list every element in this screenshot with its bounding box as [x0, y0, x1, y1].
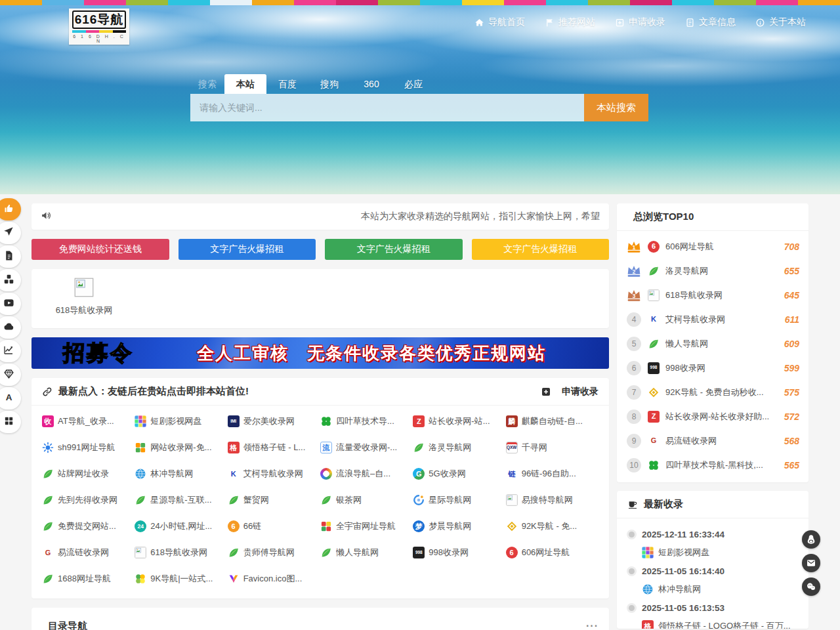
- more-ellipsis-button[interactable]: ···: [586, 620, 598, 630]
- ad-button-2[interactable]: 文字广告火爆招租: [178, 239, 316, 260]
- site-link[interactable]: 998998收录网: [413, 539, 505, 566]
- nav-item-5[interactable]: 关于本站: [755, 16, 806, 28]
- site-link[interactable]: 梦梦晨导航网: [413, 513, 505, 539]
- favicon-v-logo: [228, 573, 240, 585]
- site-link[interactable]: 洛灵导航网: [413, 434, 505, 461]
- site-link[interactable]: 四叶草技术导...: [320, 408, 413, 434]
- site-link[interactable]: K艾柯导航收录网: [228, 461, 320, 487]
- site-link[interactable]: 618导航收录网: [135, 539, 227, 566]
- site-link[interactable]: 链96链-96自助...: [506, 461, 598, 487]
- site-link[interactable]: 流流量爱收录网-...: [320, 434, 413, 461]
- toolbar-cubes-button[interactable]: [0, 269, 21, 291]
- toolbar-paper-plane-button[interactable]: [0, 222, 21, 244]
- site-link[interactable]: 麟麒麟自动链-自...: [506, 408, 598, 434]
- stripe-segment: [630, 0, 672, 5]
- toolbar-thumbs-up-button[interactable]: [0, 198, 21, 220]
- site-link[interactable]: 666链: [228, 513, 320, 539]
- search-button[interactable]: 本站搜索: [584, 94, 648, 121]
- site-link[interactable]: QXW千寻网: [506, 434, 598, 461]
- search-input[interactable]: [190, 94, 584, 121]
- toolbar-youtube-button[interactable]: [0, 293, 21, 315]
- site-link[interactable]: 免费提交网站...: [42, 513, 135, 539]
- clover-favicon: [320, 415, 332, 427]
- site-link[interactable]: 贵师傅导航网: [228, 539, 320, 566]
- top10-row[interactable]: 5懒人导航网609: [626, 331, 799, 356]
- toolbar-font-a-button[interactable]: A: [0, 387, 21, 410]
- leaf-favicon: [228, 494, 240, 506]
- nav-item-4[interactable]: 文章信息: [685, 16, 736, 28]
- timeline-site-link[interactable]: 短剧影视网盘: [627, 543, 798, 562]
- site-link[interactable]: Z站长收录网-站...: [413, 408, 505, 434]
- site-link[interactable]: 银茶网: [320, 487, 413, 513]
- float-wechat-button[interactable]: [802, 578, 820, 596]
- timeline-site-link[interactable]: 格领悟格子链 - LOGO格子链 - 百万...: [627, 617, 798, 629]
- float-mail-button[interactable]: [802, 554, 820, 572]
- ad-button-4[interactable]: 文字广告火爆招租: [472, 239, 610, 260]
- nav-item-2[interactable]: 推荐网站: [545, 16, 595, 28]
- top10-site-label: 易流链收录网: [665, 435, 778, 447]
- site-link[interactable]: 6606网址导航: [506, 539, 598, 566]
- letter-favicon: 6: [228, 520, 240, 532]
- site-link[interactable]: 站牌网址收录: [42, 461, 135, 487]
- leaf-favicon: [648, 338, 660, 350]
- rank-number: 4: [627, 312, 641, 327]
- top10-row[interactable]: 3618导航收录网645: [626, 283, 799, 307]
- site-link[interactable]: 92K导航 - 免...: [506, 513, 598, 539]
- search-tab-本站[interactable]: 本站: [224, 74, 266, 94]
- ad-button-3[interactable]: 文字广告火爆招租: [325, 239, 463, 260]
- search-engine-tabs: 搜索 本站百度搜狗360必应: [190, 74, 648, 94]
- top10-row[interactable]: 9G易流链收录网568: [626, 429, 799, 453]
- top10-views: 708: [784, 242, 799, 252]
- site-link[interactable]: 易搜特导航网: [506, 487, 598, 513]
- letter-favicon: G: [648, 435, 660, 447]
- ad-button-1[interactable]: 免费网站统计还送钱: [32, 239, 169, 260]
- site-link[interactable]: 短剧影视网盘: [135, 408, 227, 434]
- float-qq-button[interactable]: [802, 530, 820, 549]
- site-link[interactable]: IMI爱尔美收录网: [228, 408, 320, 434]
- toolbar-grid-button[interactable]: [0, 411, 21, 433]
- search-tab-百度[interactable]: 百度: [266, 74, 308, 94]
- toolbar-file-text-button[interactable]: [0, 245, 21, 268]
- site-link[interactable]: G易流链收录网: [42, 539, 135, 566]
- site-link[interactable]: 2424小时链,网址...: [135, 513, 227, 539]
- site-link[interactable]: 收AT导航_收录...: [42, 408, 135, 434]
- site-link[interactable]: 9K导航|一站式...: [135, 566, 227, 592]
- site-logo[interactable]: 616导航 6 1 6 D H . C N: [69, 9, 129, 45]
- rank-3: 3: [626, 288, 642, 302]
- search-tab-搜狗[interactable]: 搜狗: [308, 74, 350, 94]
- site-link[interactable]: 1688网址导航: [42, 566, 135, 592]
- search-tab-必应[interactable]: 必应: [392, 74, 434, 94]
- toolbar-gem-button[interactable]: [0, 364, 21, 386]
- stripe-segment: [756, 0, 798, 5]
- top10-row[interactable]: 6998998收录网599: [626, 356, 799, 380]
- recruit-banner[interactable]: 招募令 全人工审核 无条件收录各类优秀正规网站: [32, 337, 609, 369]
- top10-row[interactable]: 16606网址导航708: [626, 234, 799, 259]
- site-link[interactable]: Favicon.ico图...: [228, 566, 320, 592]
- site-link[interactable]: 星源导航-互联...: [135, 487, 227, 513]
- top10-row[interactable]: 8Z站长收录网-站长收录好助...572: [626, 404, 799, 429]
- site-link[interactable]: 格领悟格子链 - L...: [228, 434, 320, 461]
- apply-inclusion-link[interactable]: 申请收录: [541, 386, 598, 398]
- nav-item-1[interactable]: 导航首页: [474, 16, 525, 28]
- site-link[interactable]: G5G收录网: [413, 461, 505, 487]
- search-tab-360[interactable]: 360: [350, 74, 392, 94]
- site-link[interactable]: 林冲导航网: [135, 461, 227, 487]
- top10-row[interactable]: 2洛灵导航网655: [626, 259, 799, 283]
- site-link[interactable]: 蟹贸网: [228, 487, 320, 513]
- toolbar-cloud-button[interactable]: [0, 316, 21, 339]
- top10-row[interactable]: 4K艾柯导航收录网611: [626, 307, 799, 331]
- site-link[interactable]: 星际导航网: [413, 487, 505, 513]
- site-link[interactable]: 全宇宙网址导航: [320, 513, 413, 539]
- timeline-site-link[interactable]: 林冲导航网: [627, 580, 798, 598]
- featured-site-item[interactable]: 618导航收录网: [37, 278, 131, 316]
- top10-views: 565: [784, 460, 799, 471]
- top10-row[interactable]: 792K导航 - 免费自动秒收...575: [626, 380, 799, 404]
- site-link[interactable]: 流浪导航–自...: [320, 461, 413, 487]
- site-link[interactable]: sh991网址导航: [42, 434, 135, 461]
- site-link[interactable]: 先到先得收录网: [42, 487, 135, 513]
- nav-item-3[interactable]: 申请收录: [615, 16, 665, 28]
- toolbar-chart-line-button[interactable]: [0, 340, 21, 362]
- site-link[interactable]: 懒人导航网: [320, 539, 413, 566]
- site-link[interactable]: 网站收录网-免...: [135, 434, 227, 461]
- top10-row[interactable]: 10四叶草技术导航-黑科技,...565: [626, 453, 799, 477]
